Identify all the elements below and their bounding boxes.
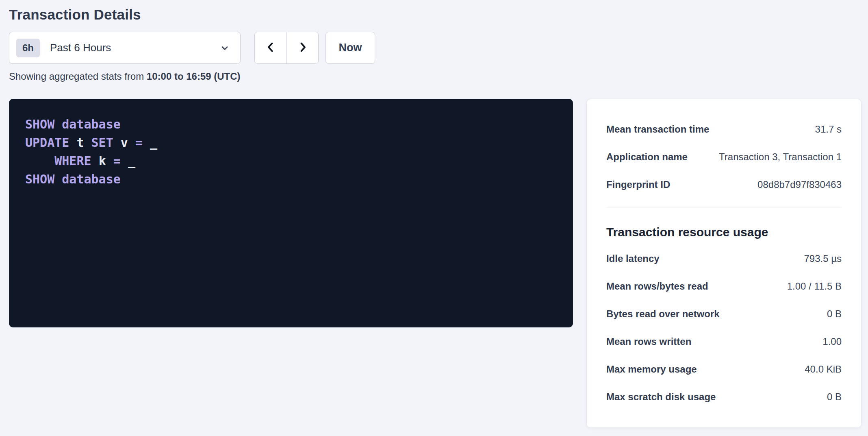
stat-value: 1.00 / 11.5 B — [787, 281, 842, 292]
sql-statements-box: SHOW databaseUPDATE t SET v = _ WHERE k … — [9, 99, 573, 327]
sql-keyword: SET — [91, 135, 121, 150]
stat-value: 793.5 µs — [804, 253, 842, 264]
card-divider — [606, 207, 842, 207]
stat-label: Mean rows written — [606, 336, 691, 347]
stat-label: Mean transaction time — [606, 124, 709, 135]
stat-value: 08d8b7d97f830463 — [757, 179, 842, 190]
sql-keyword: WHERE — [54, 154, 98, 168]
next-interval-button[interactable] — [286, 32, 318, 63]
stat-row: Mean rows/bytes read1.00 / 11.5 B — [606, 272, 842, 300]
stat-label: Idle latency — [606, 253, 660, 264]
stat-row: Idle latency793.5 µs — [606, 245, 842, 272]
chevron-right-icon — [296, 40, 310, 55]
stat-label: Bytes read over network — [606, 308, 720, 320]
time-range-badge: 6h — [16, 39, 40, 57]
stat-value: Transaction 3, Transaction 1 — [719, 151, 842, 163]
main-content: SHOW databaseUPDATE t SET v = _ WHERE k … — [9, 99, 861, 428]
stat-row: Application nameTransaction 3, Transacti… — [606, 143, 842, 171]
stat-label: Max scratch disk usage — [606, 391, 716, 403]
transaction-stats-card: Mean transaction time31.7 sApplication n… — [586, 99, 861, 428]
sql-keyword: UPDATE — [25, 135, 76, 150]
stat-value: 0 B — [827, 308, 842, 320]
resource-usage-heading: Transaction resource usage — [606, 225, 842, 239]
sql-line: SHOW database — [25, 170, 557, 188]
stat-row: Max memory usage40.0 KiB — [606, 355, 842, 383]
stat-row: Fingerprint ID08d8b7d97f830463 — [606, 171, 842, 198]
stat-value: 31.7 s — [815, 124, 842, 135]
sql-text: _ — [128, 154, 135, 168]
stat-label: Mean rows/bytes read — [606, 281, 708, 292]
caption-prefix: Showing aggregated stats from — [9, 71, 147, 82]
sql-keyword: SHOW — [25, 117, 62, 131]
sql-text — [25, 154, 54, 168]
sql-text: t — [76, 135, 91, 150]
now-button[interactable]: Now — [326, 32, 375, 64]
sql-line: WHERE k = _ — [25, 152, 557, 170]
time-range-label: Past 6 Hours — [50, 41, 111, 54]
sql-keyword: database — [62, 117, 121, 131]
stat-label: Fingerprint ID — [606, 179, 670, 190]
stat-label: Application name — [606, 151, 688, 163]
aggregated-stats-caption: Showing aggregated stats from 10:00 to 1… — [9, 71, 861, 82]
time-range-dropdown[interactable]: 6h Past 6 Hours — [9, 32, 241, 64]
time-controls: 6h Past 6 Hours — [9, 32, 861, 64]
summary-stats: Mean transaction time31.7 sApplication n… — [606, 116, 842, 198]
previous-interval-button[interactable] — [255, 32, 286, 63]
chevron-left-icon — [264, 40, 278, 55]
chevron-down-icon — [220, 43, 230, 53]
page-title: Transaction Details — [9, 7, 861, 23]
stat-label: Max memory usage — [606, 364, 697, 375]
stat-value: 0 B — [827, 391, 842, 403]
sql-keyword: SHOW — [25, 172, 62, 186]
time-nav-group — [254, 32, 319, 64]
sql-text: v — [121, 135, 135, 150]
transaction-details-page: Transaction Details 6h Past 6 Hours — [0, 0, 868, 428]
sql-text: k — [99, 154, 113, 168]
caption-time-range: 10:00 to 16:59 (UTC) — [147, 71, 241, 82]
stat-value: 1.00 — [822, 336, 842, 347]
sql-text: _ — [150, 135, 157, 150]
sql-line: SHOW database — [25, 115, 557, 133]
sql-keyword: = — [113, 154, 128, 168]
stat-row: Max scratch disk usage0 B — [606, 383, 842, 411]
sql-keyword: database — [62, 172, 121, 186]
sql-keyword: = — [135, 135, 150, 150]
stat-row: Mean rows written1.00 — [606, 328, 842, 355]
stat-row: Mean transaction time31.7 s — [606, 116, 842, 143]
stat-row: Bytes read over network0 B — [606, 300, 842, 328]
sql-line: UPDATE t SET v = _ — [25, 133, 557, 152]
stat-value: 40.0 KiB — [805, 364, 842, 375]
resource-stats: Idle latency793.5 µsMean rows/bytes read… — [606, 245, 842, 411]
